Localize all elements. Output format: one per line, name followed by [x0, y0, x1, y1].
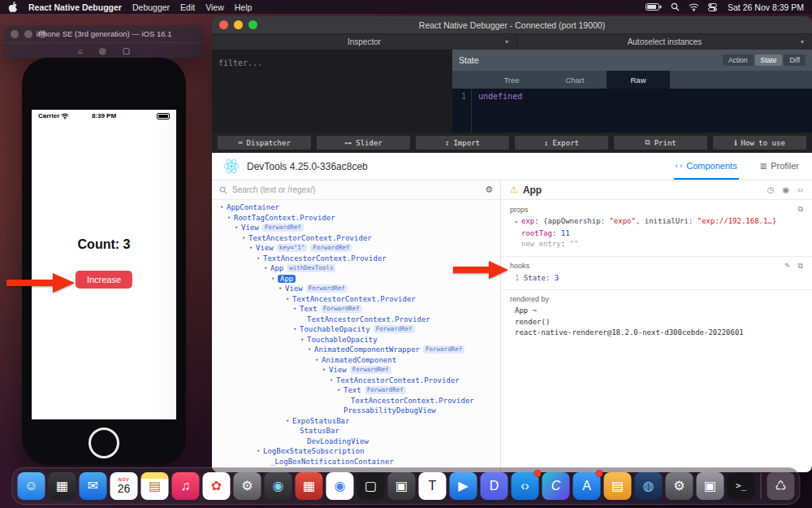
home-icon[interactable]: ⌂: [78, 46, 83, 55]
tab-chart[interactable]: Chart: [543, 71, 607, 89]
battery-icon[interactable]: [646, 3, 662, 11]
dock-music[interactable]: ♫: [172, 472, 200, 500]
tab-tree[interactable]: Tree: [480, 71, 543, 89]
prop-row[interactable]: rootTag: 11: [510, 228, 803, 240]
tree-row[interactable]: ▾AnimatedComponentWrapperForwardRef: [212, 345, 500, 355]
app-menu-title[interactable]: React Native Debugger: [28, 2, 122, 12]
dock-capture[interactable]: ▣: [388, 472, 416, 500]
tree-row[interactable]: ▾TextAncestorContext.Provider: [212, 233, 500, 244]
expand-arrow-icon[interactable]: ▾: [246, 245, 256, 251]
tree-row[interactable]: ▾TextForwardRef: [212, 304, 500, 315]
menu-help[interactable]: Help: [235, 2, 253, 12]
rendered-by-line[interactable]: App ~: [510, 306, 803, 317]
tree-row[interactable]: TextAncestorContext.Provider: [212, 396, 500, 406]
wand-icon[interactable]: ✎: [784, 262, 791, 271]
tree-row[interactable]: ▾Viewkey="1"ForwardRef: [212, 243, 500, 254]
expand-arrow-icon[interactable]: ▾: [290, 306, 300, 312]
source-icon[interactable]: ‹›: [797, 185, 803, 194]
timer-icon[interactable]: ◷: [767, 185, 775, 194]
dock-launchpad[interactable]: ▦: [49, 472, 76, 500]
inspect-icon[interactable]: ◉: [783, 185, 790, 194]
dock-red-utility[interactable]: ▦: [296, 472, 323, 500]
dock-file-stack[interactable]: ▤: [604, 472, 632, 500]
menu-edit[interactable]: Edit: [180, 2, 195, 12]
tree-row[interactable]: ▾ExpoStatusBar: [212, 416, 500, 427]
dispatcher-button[interactable]: ⌨Dispatcher: [218, 136, 311, 150]
expand-arrow-icon[interactable]: ▾: [253, 448, 263, 454]
tree-row[interactable]: ▾AppContainer: [212, 202, 500, 213]
copy-icon[interactable]: ⧉: [798, 205, 803, 214]
export-button[interactable]: ↥Export: [515, 136, 608, 150]
expand-arrow-icon[interactable]: ▾: [334, 387, 343, 393]
tree-row[interactable]: ▾AnimatedComponent: [212, 355, 500, 366]
dock-text-editor[interactable]: T: [419, 472, 447, 500]
tree-row[interactable]: PressabilityDebugView: [212, 406, 500, 416]
copy-icon[interactable]: ⧉: [798, 262, 803, 271]
expand-arrow-icon[interactable]: ▾: [217, 204, 227, 211]
dock-app-store[interactable]: A: [573, 472, 601, 500]
home-button[interactable]: [89, 428, 119, 458]
expand-arrow-icon[interactable]: ▾: [297, 336, 307, 343]
dock-dark-app[interactable]: ▢: [357, 472, 385, 500]
tree-row[interactable]: StatusBar: [212, 426, 500, 436]
dock-vscode[interactable]: ‹›: [512, 472, 539, 500]
import-button[interactable]: ↧Import: [416, 136, 509, 150]
wifi-icon[interactable]: [689, 3, 699, 11]
tree-row[interactable]: TextAncestorContext.Provider: [212, 315, 500, 325]
dock-canva[interactable]: C: [542, 472, 570, 500]
gear-icon[interactable]: ⚙: [485, 185, 493, 195]
dock-notes[interactable]: ▤: [141, 472, 169, 500]
expand-arrow-icon[interactable]: ▾: [261, 265, 270, 271]
dock-trash[interactable]: ♺: [767, 472, 795, 500]
expand-arrow-icon[interactable]: ▾: [319, 367, 329, 373]
dock-calendar[interactable]: NOV26: [110, 472, 138, 500]
tree-row[interactable]: _LogBoxNotificationContainer: [212, 457, 500, 467]
menu-debugger[interactable]: Debugger: [132, 2, 170, 12]
slider-button[interactable]: ⊶Slider: [317, 136, 410, 150]
dock-terminal[interactable]: >_: [728, 472, 755, 500]
tree-row[interactable]: DevLoadingView: [212, 436, 500, 447]
tree-row[interactable]: ▾ViewForwardRef: [212, 223, 500, 233]
component-search-input[interactable]: [232, 185, 480, 194]
tree-row[interactable]: ▾RootTagContext.Provider: [212, 213, 500, 224]
hook-row[interactable]: 1 State: 3: [510, 273, 803, 284]
screenshot-icon[interactable]: ▢: [123, 46, 130, 55]
tree-row[interactable]: ▾LogBoxStateSubscription: [212, 446, 500, 457]
dock-mail[interactable]: ✉: [80, 472, 107, 500]
dock-photos[interactable]: ✿: [203, 472, 231, 500]
expand-arrow-icon[interactable]: ▾: [239, 235, 248, 241]
autoselect-dropdown[interactable]: Autoselect instances ▾: [517, 34, 812, 50]
how-to-use-button[interactable]: ℹHow to use: [713, 136, 806, 150]
filter-input[interactable]: [218, 59, 446, 67]
tree-row[interactable]: ▾TextAncestorContext.Provider: [212, 294, 500, 305]
dock-gear-utility[interactable]: ⚙: [666, 472, 693, 500]
dock-chrome[interactable]: ◉: [326, 472, 354, 500]
expand-arrow-icon[interactable]: ▾: [290, 326, 300, 332]
expand-arrow-icon[interactable]: ▾: [312, 357, 322, 363]
expand-arrow-icon[interactable]: ▾: [268, 276, 278, 282]
code-editor[interactable]: 1 undefined: [452, 89, 812, 132]
tree-row[interactable]: ▾TouchableOpacity: [212, 335, 500, 345]
tree-row[interactable]: ▾TextAncestorContext.Provider: [212, 376, 500, 386]
dock-finder[interactable]: ☺: [18, 472, 45, 500]
search-icon[interactable]: [671, 2, 680, 11]
dock-facetime[interactable]: ▶: [450, 472, 477, 500]
mode-diff[interactable]: Diff: [784, 54, 806, 66]
prop-row[interactable]: ▸exp: {appOwnership: "expo", initialUri:…: [510, 216, 803, 228]
tab-components[interactable]: ‹ ›Components: [674, 153, 739, 180]
dock-photo-booth[interactable]: ◉: [265, 472, 292, 500]
expand-arrow-icon[interactable]: ▾: [283, 418, 292, 424]
expand-arrow-icon[interactable]: ▾: [283, 296, 292, 302]
print-button[interactable]: ⧉Print: [614, 136, 707, 150]
expand-arrow-icon[interactable]: ▾: [275, 285, 285, 292]
tree-row[interactable]: ▾TouchableOpacityForwardRef: [212, 324, 500, 335]
dock-screen-tool[interactable]: ▣: [697, 472, 724, 500]
increase-button[interactable]: Increase: [76, 271, 132, 289]
tree-row[interactable]: ▾ViewForwardRef: [212, 284, 500, 294]
expand-arrow-icon[interactable]: ▾: [304, 346, 314, 353]
mode-action[interactable]: Action: [723, 54, 754, 66]
menubar-clock[interactable]: Sat 26 Nov 8:39 PM: [728, 2, 804, 12]
expand-arrow-icon[interactable]: ▾: [231, 224, 241, 231]
inspector-dropdown[interactable]: Inspector ▾: [212, 34, 517, 50]
expand-arrow-icon[interactable]: ▾: [253, 255, 263, 262]
